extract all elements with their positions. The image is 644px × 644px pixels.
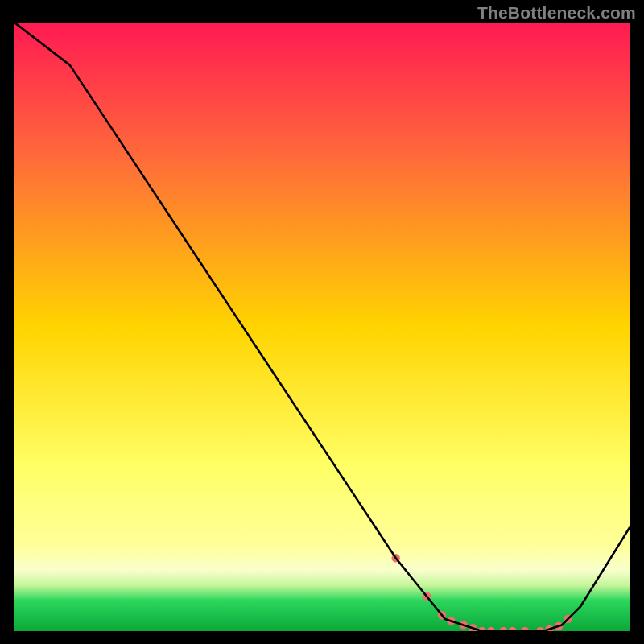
- gradient-background: [14, 23, 630, 631]
- chart-frame: TheBottleneck.com: [0, 0, 644, 644]
- watermark-text: TheBottleneck.com: [477, 3, 636, 23]
- bottleneck-plot: [14, 23, 630, 631]
- plot-svg: [14, 23, 630, 631]
